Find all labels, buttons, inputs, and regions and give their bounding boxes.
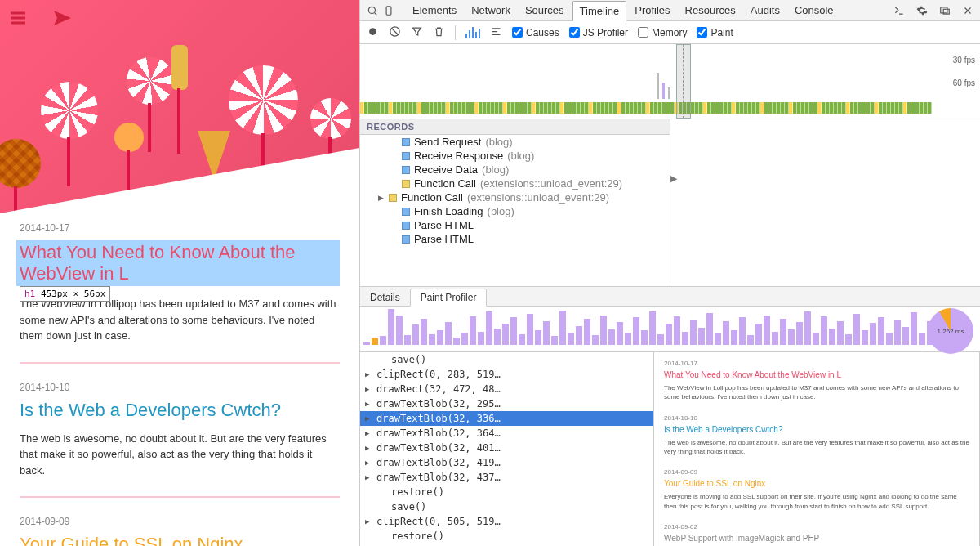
paint-call-row[interactable]: restore() (360, 485, 653, 499)
records-list: Send Request (blog)Receive Response (blo… (360, 135, 670, 286)
paint-call-row[interactable]: save() (360, 499, 653, 514)
blog-post: 2014-10-10 Is the Web a Developers Cwtch… (20, 382, 340, 479)
record-chip (402, 180, 410, 188)
tab-timeline[interactable]: Timeline (572, 1, 627, 21)
tab-resources[interactable]: Resources (679, 1, 742, 20)
paint-call-row[interactable]: ▶drawRect(32, 472, 48… (360, 382, 653, 396)
checkbox-causes[interactable]: Causes (512, 27, 559, 38)
preview-post: 2014-10-10Is the Web a Developers Cwtch?… (664, 414, 969, 457)
svg-rect-1 (386, 6, 391, 15)
tab-profiles[interactable]: Profiles (628, 1, 676, 20)
candy-ball (114, 123, 144, 152)
pie-chart: 1.262 ms (928, 308, 973, 354)
dock-icon[interactable] (938, 3, 952, 18)
record-name: Function Call (401, 191, 463, 204)
tab-elements[interactable]: Elements (406, 1, 463, 20)
record-source: (blog) (485, 136, 512, 148)
paint-call-row[interactable]: ▶drawTextBlob(32, 295… (360, 396, 653, 411)
record-name: Receive Response (414, 150, 503, 162)
blog-content: 2014-10-17 What You Need to Know About t… (0, 222, 359, 546)
garbage-icon[interactable] (433, 25, 445, 40)
flame-mode-icon[interactable] (490, 25, 502, 40)
settings-icon[interactable] (915, 3, 929, 18)
hero-image (0, 0, 359, 213)
records-pane: RECORDS Send Request (blog)Receive Respo… (360, 119, 670, 286)
tab-sources[interactable]: Sources (519, 1, 571, 20)
drawer-toggle-icon[interactable] (892, 3, 906, 18)
overview-selection-handle[interactable] (676, 44, 691, 119)
tab-network[interactable]: Network (465, 1, 517, 20)
preview-post: 2014-09-02WebP Support with ImageMagick … (664, 522, 969, 546)
filter-icon[interactable] (411, 25, 423, 40)
tab-paint-profiler[interactable]: Paint Profiler (410, 289, 488, 307)
record-row[interactable]: Receive Response (blog) (360, 149, 670, 163)
record-source: (extensions::unload_event:29) (467, 191, 609, 204)
paint-call-row[interactable]: save() (360, 352, 653, 367)
svg-point-0 (368, 7, 375, 13)
paint-call-row[interactable]: ▶clipRect(0, 283, 519… (360, 367, 653, 382)
record-icon[interactable] (367, 25, 379, 40)
element-dimensions-tooltip: h1 453px × 56px (20, 286, 110, 302)
clear-icon[interactable] (389, 25, 401, 40)
candy-lollipop (229, 65, 298, 135)
paint-call-row[interactable]: ▶drawTextBlob(32, 437… (360, 470, 653, 485)
fps-60-label: 60 fps (953, 78, 975, 87)
paint-call-row[interactable]: ▶drawTextBlob(32, 336… (360, 411, 653, 426)
record-name: Finish Loading (414, 205, 483, 217)
paint-timing-chart[interactable] (360, 307, 923, 347)
record-row[interactable]: Send Request (blog) (360, 135, 670, 149)
tab-details[interactable]: Details (360, 289, 410, 306)
tab-audits[interactable]: Audits (744, 1, 786, 20)
fps-30-label: 30 fps (953, 56, 975, 65)
record-row[interactable]: ▶Function Call (extensions::unload_event… (360, 190, 670, 204)
post-text: The WebView in Lollipop has been updated… (20, 296, 340, 344)
paint-call-row[interactable]: ▶drawTextBlob(32, 419… (360, 455, 653, 470)
record-row[interactable]: Receive Data (blog) (360, 163, 670, 177)
paint-call-row[interactable]: ▶drawTextBlob(32, 364… (360, 426, 653, 441)
post-date: 2014-09-09 (20, 516, 340, 527)
tab-console[interactable]: Console (788, 1, 840, 20)
record-chip (389, 194, 397, 202)
divider (20, 496, 340, 498)
close-icon[interactable] (960, 3, 975, 18)
paint-profiler: Details Paint Profiler 1.262 ms save()▶c… (360, 286, 980, 546)
paint-call-row[interactable]: ▶clipRect(0, 505, 519… (360, 514, 653, 529)
paint-preview: 2014-10-17What You Need to Know About th… (654, 352, 980, 546)
post-date: 2014-10-10 (20, 382, 340, 393)
record-source: (blog) (488, 205, 514, 217)
record-row[interactable]: Finish Loading (blog) (360, 204, 670, 218)
paint-profiler-tabs: Details Paint Profiler (360, 287, 980, 307)
record-chip (402, 222, 410, 230)
devtools-panel: Elements Network Sources Timeline Profil… (359, 0, 980, 546)
record-row[interactable]: Parse HTML (360, 232, 670, 246)
candy-waffle (0, 139, 41, 188)
overview-mode-icon[interactable] (466, 27, 480, 38)
candy-cone (198, 131, 230, 180)
inspect-icon[interactable] (365, 3, 380, 18)
paint-call-row[interactable]: restore() (360, 529, 653, 544)
paint-pie: 1.262 ms (923, 307, 980, 351)
menu-icon[interactable] (8, 8, 28, 30)
record-chip (402, 208, 410, 216)
send-icon[interactable] (52, 8, 72, 30)
record-name: Receive Data (414, 163, 478, 176)
flame-pane[interactable]: ▶ (670, 119, 980, 286)
post-date: 2014-10-17 (20, 222, 340, 234)
divider (20, 362, 340, 364)
post-title[interactable]: Is the Web a Developers Cwtch? (20, 400, 340, 421)
record-row[interactable]: Parse HTML (360, 218, 670, 232)
checkbox-memory[interactable]: Memory (638, 27, 687, 38)
record-row[interactable]: Function Call (extensions::unload_event:… (360, 177, 670, 190)
checkbox-paint[interactable]: Paint (697, 27, 733, 38)
device-mode-icon[interactable] (381, 3, 396, 18)
inspected-page: h1 453px × 56px 2014-10-17 What You Need… (0, 0, 359, 546)
post-title[interactable]: What You Need to Know About the WebView … (16, 240, 340, 286)
paint-call-list: save()▶clipRect(0, 283, 519…▶drawRect(32… (360, 352, 653, 546)
post-title[interactable]: Your Guide to SSL on Nginx (20, 534, 340, 546)
candy-lollipop (127, 57, 174, 105)
record-name: Function Call (414, 177, 476, 190)
checkbox-js-profiler[interactable]: JS Profiler (569, 27, 628, 38)
timeline-overview[interactable]: 30 fps 60 fps (360, 44, 980, 119)
record-name: Parse HTML (414, 233, 474, 245)
paint-call-row[interactable]: ▶drawTextBlob(32, 401… (360, 441, 653, 455)
